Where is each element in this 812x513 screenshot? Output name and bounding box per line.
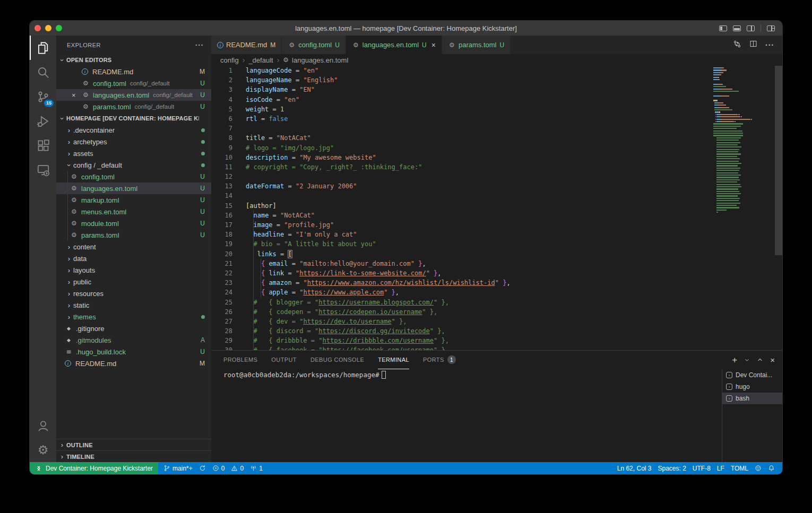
status-bell[interactable]	[765, 462, 778, 474]
status-error[interactable]: 0	[209, 462, 228, 474]
tree-item-static[interactable]: ›static	[56, 299, 211, 311]
editor-scrollbar[interactable]	[775, 66, 782, 255]
tree-item-config.toml[interactable]: ⚙config.tomlU	[56, 171, 211, 182]
panel-tab-ports[interactable]: PORTS1	[423, 351, 456, 369]
status-branch[interactable]: main*+	[160, 462, 196, 474]
open-editor-languages.en.toml[interactable]: ×⚙languages.en.tomlconfig/_defaultU	[56, 89, 211, 101]
tab-README.md[interactable]: iREADME.mdM	[211, 36, 282, 54]
outline-header[interactable]: › OUTLINE	[56, 439, 211, 450]
terminal-dropdown-icon[interactable]	[744, 355, 750, 365]
close-window-button[interactable]	[34, 25, 41, 31]
status-warning[interactable]: 0	[228, 462, 247, 474]
sidebar-title: EXPLORER	[67, 42, 101, 48]
panel-tab-problems[interactable]: PROBLEMS	[223, 351, 257, 369]
tree-item-menus.en.toml[interactable]: ⚙menus.en.tomlU	[56, 206, 211, 218]
split-editor-icon[interactable]	[749, 40, 757, 50]
tree-item-markup.toml[interactable]: ⚙markup.tomlU	[56, 194, 211, 206]
customize-layout-icon[interactable]	[767, 25, 775, 31]
open-editor-README.md[interactable]: iREADME.mdM	[56, 66, 211, 77]
tab-config.toml[interactable]: ⚙config.tomlU	[282, 36, 346, 54]
tree-item-README.md[interactable]: iREADME.mdM	[56, 358, 211, 369]
activity-run-debug-icon[interactable]	[30, 109, 56, 133]
code-editor[interactable]: 1languageCode = "en"2languageName = "Eng…	[211, 66, 782, 350]
editor-more-actions-icon[interactable]: ···	[765, 41, 774, 49]
gear-icon: ⚙	[82, 80, 90, 87]
tab-label: config.toml	[298, 41, 332, 49]
activity-remote-explorer-icon[interactable]	[30, 158, 56, 182]
open-editor-params.toml[interactable]: ⚙params.tomlconfig/_defaultU	[56, 101, 211, 112]
zoom-window-button[interactable]	[56, 25, 62, 31]
status-label: TOML	[731, 465, 748, 472]
breadcrumb-item[interactable]: languages.en.toml	[292, 56, 348, 64]
branch-icon	[163, 465, 170, 472]
tree-item-data[interactable]: ›data	[56, 253, 211, 264]
toggle-secondary-sidebar-icon[interactable]	[747, 25, 755, 31]
toggle-sidebar-icon[interactable]	[719, 25, 727, 31]
sidebar-more-actions-icon[interactable]: ···	[195, 41, 204, 49]
tree-item-config / _default[interactable]: ›config / _default	[56, 159, 211, 171]
toggle-panel-icon[interactable]	[733, 25, 741, 31]
activity-source-control-icon[interactable]: 15	[30, 84, 56, 109]
tree-item-.gitmodules[interactable]: ◆.gitmodulesA	[56, 334, 211, 346]
open-changes-icon[interactable]	[733, 40, 741, 50]
panel-tab-terminal[interactable]: TERMINAL	[378, 351, 409, 369]
line-number: 6	[211, 114, 232, 124]
terminal-list-item-hugo[interactable]: ›hugo	[722, 381, 782, 393]
tree-item-resources[interactable]: ›resources	[56, 288, 211, 299]
status-spaces-2[interactable]: Spaces: 2	[654, 462, 689, 474]
breadcrumb-item[interactable]: config	[220, 56, 239, 64]
maximize-panel-icon[interactable]	[757, 355, 763, 365]
panel-tab-debug-console[interactable]: DEBUG CONSOLE	[310, 351, 364, 369]
tree-item-.gitignore[interactable]: ◆.gitignore	[56, 323, 211, 334]
status-broadcast[interactable]: 1	[247, 462, 266, 474]
tree-item-themes[interactable]: ›themes	[56, 311, 211, 323]
minimap[interactable]	[713, 67, 774, 214]
close-icon[interactable]: ×	[72, 91, 76, 99]
gear-icon: ⚙	[82, 91, 90, 99]
status-utf-8[interactable]: UTF-8	[689, 462, 714, 474]
activity-accounts-icon[interactable]	[30, 413, 56, 438]
tree-item-params.toml[interactable]: ⚙params.tomlU	[56, 229, 211, 241]
status-ln-62-col-3[interactable]: Ln 62, Col 3	[614, 462, 655, 474]
tree-item-archetypes[interactable]: ›archetypes	[56, 136, 211, 147]
terminal-list-item-bash[interactable]: ›bash	[722, 393, 782, 404]
line-number: 9	[211, 143, 232, 153]
project-root-header[interactable]: › HOMEPAGE [DEV CONTAINER: HOMEPAGE KIC.…	[56, 112, 211, 124]
tree-item-.hugo_build.lock[interactable]: ≡.hugo_build.lockU	[56, 346, 211, 358]
timeline-header[interactable]: › TIMELINE	[56, 450, 211, 462]
code-line: 22 { link = "https://link-to-some-websit…	[211, 268, 782, 278]
tree-item-content[interactable]: ›content	[56, 241, 211, 253]
breadcrumb-item[interactable]: _default	[248, 56, 273, 64]
tab-params.toml[interactable]: ⚙params.tomlU	[442, 36, 511, 54]
tree-item-public[interactable]: ›public	[56, 276, 211, 288]
minimize-window-button[interactable]	[45, 25, 51, 31]
status-feedback[interactable]	[751, 462, 765, 474]
tree-item-.devcontainer[interactable]: ›.devcontainer	[56, 124, 211, 136]
status-toml[interactable]: TOML	[728, 462, 751, 474]
terminal-list-item-Dev Contai...[interactable]: ›Dev Contai...	[722, 369, 782, 381]
close-tab-icon[interactable]: ×	[431, 41, 436, 49]
tree-item-layouts[interactable]: ›layouts	[56, 264, 211, 276]
status-remote[interactable]: Dev Container: Homepage Kickstarter	[30, 462, 158, 474]
close-panel-icon[interactable]: ×	[770, 356, 775, 364]
git-status-badge: M	[270, 41, 275, 49]
line-number: 8	[211, 133, 232, 143]
status-lf[interactable]: LF	[714, 462, 728, 474]
status-sync[interactable]	[196, 462, 209, 474]
gear-icon: ⚙	[70, 196, 78, 204]
breadcrumbs[interactable]: config›_default›⚙languages.en.toml	[211, 54, 782, 66]
folder-name: static	[73, 301, 89, 309]
open-editor-config.toml[interactable]: ⚙config.tomlconfig/_defaultU	[56, 77, 211, 89]
terminal[interactable]: root@a0cb0adeb2da:/workspaces/homepage#	[211, 371, 721, 462]
tree-item-languages.en.toml[interactable]: ⚙languages.en.tomlU	[56, 182, 211, 194]
panel-tab-output[interactable]: OUTPUT	[271, 351, 297, 369]
activity-settings-icon[interactable]: ⚙	[30, 438, 56, 462]
activity-search-icon[interactable]	[30, 60, 56, 84]
open-editors-header[interactable]: › OPEN EDITORS	[56, 54, 211, 66]
tree-item-module.toml[interactable]: ⚙module.tomlU	[56, 218, 211, 229]
activity-extensions-icon[interactable]	[30, 133, 56, 158]
tab-languages.en.toml[interactable]: ⚙languages.en.tomlU×	[346, 36, 442, 54]
activity-explorer-icon[interactable]	[30, 36, 56, 60]
tree-item-assets[interactable]: ›assets	[56, 147, 211, 159]
new-terminal-icon[interactable]: +	[732, 355, 737, 364]
